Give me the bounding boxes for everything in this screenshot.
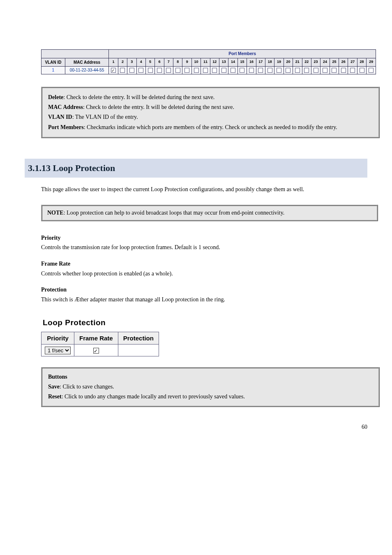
mac-port-checkbox[interactable] [249,68,254,73]
mac-port-header: 12 [210,58,219,67]
mac-port-header: 6 [155,58,164,67]
subterm-portmembers: Port Members [48,124,84,130]
mac-port-header: 23 [311,58,320,67]
mac-port-header: 7 [164,58,173,67]
param-priority-head: Priority [41,234,351,243]
mac-table-col-mac: MAC Address [65,58,109,67]
mac-table-screenshot: Port Members VLAN ID MAC Address 1 2 3 4… [41,49,376,74]
mac-row-vlanid: 1 [42,67,65,74]
param-framerate-head: Frame Rate [41,259,351,268]
mac-port-checkbox[interactable] [166,68,171,73]
param-priority-body: Controls the transmission rate for loop … [41,243,351,252]
mac-port-checkbox[interactable] [194,68,199,73]
term-delete-desc: : Check to delete the entry. It will be … [63,94,214,100]
note-label: NOTE [47,210,64,216]
mac-port-header: 15 [238,58,247,67]
framerate-checkbox[interactable] [93,348,99,354]
subterm-portmembers-desc: : Checkmarks indicate which ports are me… [84,124,337,130]
mac-table-port-members-header: Port Members [109,50,376,58]
mac-port-header: 27 [348,58,357,67]
mac-port-checkbox[interactable] [277,68,281,73]
save-button-name: Save [48,384,60,390]
mac-port-header: 18 [265,58,274,67]
lp-data-row: 1 f/sec [42,345,159,356]
mac-port-header: 10 [191,58,201,67]
mac-port-checkbox[interactable] [221,68,226,73]
section-heading-loop-protection: 3.1.13 Loop Protection [25,159,367,178]
mac-port-header: 8 [173,58,182,67]
mac-port-checkbox[interactable] [304,68,309,73]
mac-port-checkbox[interactable] [350,68,355,73]
lp-col-framerate: Frame Rate [74,332,118,345]
mac-port-checkbox[interactable] [203,68,208,73]
mac-port-checkbox[interactable] [295,68,300,73]
mac-port-checkbox[interactable] [240,68,244,73]
note-text: : Loop protection can help to avoid broa… [64,210,285,216]
mac-row-address: 00-11-22-33-44-55 [65,67,109,74]
mac-port-header: 1 [109,58,118,67]
mac-port-members-table: Port Members VLAN ID MAC Address 1 2 3 4… [41,49,376,74]
loop-protection-panel: Loop Protection Priority Frame Rate Prot… [41,317,367,356]
priority-select[interactable]: 1 f/sec [45,347,71,354]
mac-port-header: 17 [256,58,265,67]
mac-port-header: 19 [274,58,284,67]
parameter-descriptions: Priority Controls the transmission rate … [41,234,351,304]
mac-port-checkbox[interactable] [360,68,364,73]
mac-table-blank-header [42,50,109,58]
mac-port-header: 16 [247,58,256,67]
mac-port-header: 5 [145,58,154,67]
mac-port-header: 14 [228,58,238,67]
mac-port-checkbox[interactable] [212,68,217,73]
lp-col-protection: Protection [118,332,159,345]
mac-port-checkbox[interactable] [120,68,125,73]
mac-port-checkbox[interactable] [129,68,134,73]
mac-port-header: 24 [321,58,330,67]
buttons-box: Buttons Save: Click to save changes. Res… [41,367,380,407]
mac-port-header: 22 [302,58,311,67]
mac-port-checkbox[interactable] [148,68,153,73]
mac-port-checkbox[interactable] [323,68,327,73]
mac-port-header: 4 [136,58,145,67]
save-button-desc: : Click to save changes. [60,384,114,390]
term-macaddress: MAC Address [48,104,83,110]
mac-port-header: 29 [367,58,376,67]
reset-button-name: Reset [48,393,62,400]
mac-port-header: 21 [293,58,302,67]
mac-table-row: 1 00-11-22-33-44-55 [42,67,376,74]
mac-port-checkbox[interactable] [267,68,272,73]
mac-port-checkbox[interactable] [111,68,116,73]
param-framerate-body: Controls whether loop protection is enab… [41,269,351,278]
page-number: 60 [362,423,367,432]
mac-port-header: 3 [127,58,136,67]
mac-port-checkbox[interactable] [314,68,318,73]
mac-port-header: 13 [219,58,228,67]
term-macaddress-desc: : Check to delete the entry. It will be … [83,104,234,110]
mac-port-header: 2 [118,58,127,67]
mac-port-checkbox[interactable] [332,68,337,73]
mac-port-checkbox[interactable] [258,68,263,73]
mac-port-checkbox[interactable] [138,68,143,73]
mac-port-header: 26 [339,58,348,67]
mac-port-checkbox[interactable] [157,68,162,73]
lp-col-priority: Priority [42,332,74,345]
mac-port-header: 20 [284,58,293,67]
subterm-vlanid-desc: : The VLAN ID of the entry. [72,114,138,120]
mac-port-checkbox[interactable] [175,68,180,73]
loop-protection-table: Priority Frame Rate Protection 1 f/sec [41,332,159,356]
mac-port-checkbox[interactable] [341,68,346,73]
mac-port-header: 25 [330,58,339,67]
mac-table-col-vlanid: VLAN ID [42,58,65,67]
mac-port-checkbox[interactable] [369,68,374,73]
param-protection-head: Protection [41,285,351,294]
term-delete: Delete [48,94,63,100]
reset-button-desc: : Click to undo any changes made locally… [62,393,245,400]
mac-port-header: 28 [357,58,366,67]
mac-port-checkbox[interactable] [286,68,291,73]
note-box: NOTE: Loop protection can help to avoid … [41,205,378,221]
mac-port-checkbox[interactable] [231,68,235,73]
mac-port-checkbox[interactable] [184,68,189,73]
mac-port-header: 11 [201,58,210,67]
param-protection-body: This switch is Æther adapter master that… [41,295,351,304]
loop-protection-title: Loop Protection [43,317,367,328]
intro-paragraph: This page allows the user to inspect the… [41,185,351,194]
